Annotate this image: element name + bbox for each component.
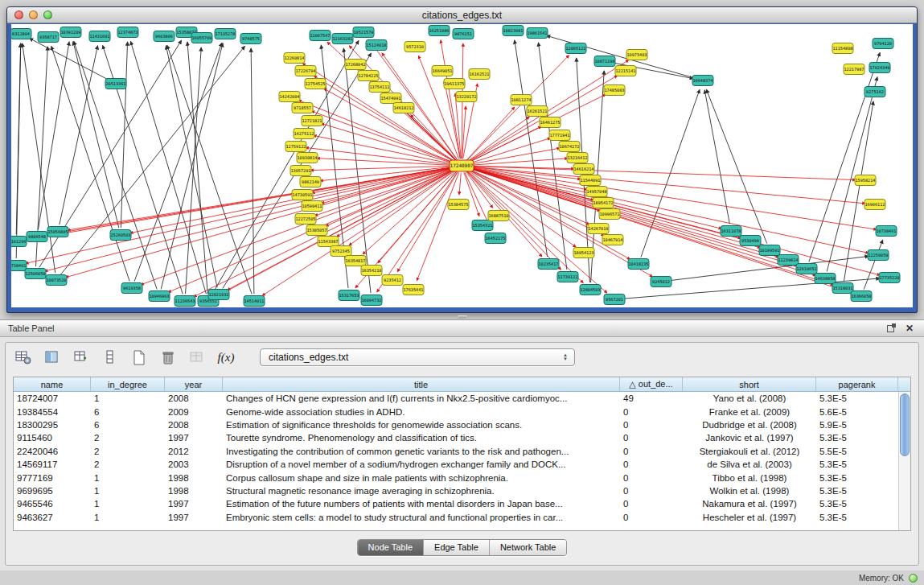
graph-node[interactable]: 9358717 [38,32,59,43]
graph-node[interactable]: 16354210 [361,266,382,276]
graph-node[interactable]: 16311078 [721,226,741,237]
graph-node[interactable]: 9876151 [453,29,474,39]
tab-node-table[interactable]: Node Table [358,540,424,555]
graph-node[interactable]: 9235412 [382,275,403,286]
scrollbar-thumb[interactable] [900,393,910,456]
table-row[interactable]: 1456911722003Disruption of a novel membe… [14,458,898,471]
graph-node[interactable]: 14957048 [586,187,607,197]
graph-node[interactable]: 17485083 [604,85,625,96]
graph-node[interactable]: 12163281 [332,34,353,44]
column-header-name[interactable]: name [14,377,91,391]
graph-node[interactable]: 17735220 [879,273,900,283]
graph-node[interactable]: 16649051 [432,66,453,76]
graph-node[interactable]: 10521579 [353,27,374,38]
graph-node[interactable]: 10930814 [297,153,318,163]
tab-network-table[interactable]: Network Table [490,540,567,555]
graph-node[interactable]: 10590411 [302,201,322,212]
graph-node[interactable]: 12260814 [284,53,305,64]
import-table-icon[interactable] [187,348,207,367]
graph-node[interactable]: 16648374 [692,76,713,86]
graph-node[interactable]: 17771941 [549,130,570,141]
graph-node[interactable]: 10975403 [626,50,647,60]
graph-node[interactable]: 18954123 [573,248,594,258]
graph-node[interactable]: 17635441 [403,285,424,295]
zoom-window-button[interactable] [43,10,52,19]
close-window-button[interactable] [14,10,23,19]
graph-node[interactable]: 9718557 [292,103,313,113]
new-column-icon[interactable] [72,348,91,367]
graph-node[interactable]: 9752345 [331,246,351,257]
table-row[interactable]: 1830029562008Estimation of significance … [14,418,898,431]
graph-node[interactable]: 19811274 [511,95,532,105]
graph-node[interactable]: 12374873 [117,27,138,38]
tab-edge-table[interactable]: Edge Table [424,540,490,555]
graph-node[interactable]: 12804593 [580,285,601,295]
graph-node[interactable]: 16452175 [485,233,506,244]
graph-node[interactable]: 11236543 [175,296,195,307]
graph-node[interactable]: 14638858 [815,274,836,284]
window-titlebar[interactable]: citations_edges.txt [7,7,917,23]
graph-node[interactable]: 25260503 [110,230,131,241]
graph-node[interactable]: 11738461 [11,261,27,271]
graph-node[interactable]: 15474091 [380,93,401,104]
graph-node[interactable]: 9567201 [604,295,625,305]
graph-node[interactable]: 16261521 [527,106,548,117]
close-panel-icon[interactable]: ✕ [903,323,916,334]
graph-node[interactable]: 12759122 [285,142,306,152]
network-canvas[interactable]: 8312804935871710391209114316911237487396… [11,24,913,307]
graph-node[interactable]: 9572310 [405,42,425,52]
column-header-in-degree[interactable]: in_degree [91,377,165,391]
graph-node[interactable]: 13216412 [567,153,588,163]
graph-node[interactable]: 12217987 [844,64,864,75]
graph-node[interactable]: 13220172 [456,92,477,102]
graph-node[interactable]: 17226794 [295,66,316,76]
graph-node[interactable]: 11431691 [89,31,110,42]
graph-node[interactable]: 11007547 [310,31,331,41]
graph-node[interactable]: 15124018 [366,40,387,51]
graph-node[interactable]: 15317653 [339,290,359,301]
graph-node[interactable]: 16094732 [361,295,382,306]
graph-node[interactable]: 10996571 [599,209,620,220]
graph-node[interactable]: 14616214 [573,164,594,175]
graph-node[interactable]: 9275162 [864,87,885,97]
graph-node[interactable]: 17268042 [345,60,366,70]
graph-node[interactable]: 12021932 [208,290,229,300]
graph-node[interactable]: 13057291 [290,166,311,176]
graph-node[interactable]: 12250059 [868,250,889,261]
panel-divider-grip[interactable] [458,315,467,319]
graph-node[interactable]: 9619358 [121,283,142,294]
table-mode-icon[interactable] [14,348,33,367]
function-builder-icon[interactable]: f(x) [216,348,236,367]
graph-node[interactable]: 11739122 [557,272,578,282]
graph-node[interactable]: 15354321 [472,220,493,231]
table-row[interactable]: 946362711997Embryonic stem cells: a mode… [14,511,898,524]
graph-node[interactable]: 14618212 [393,103,414,113]
graph-node[interactable]: 12506059 [25,269,46,279]
table-row[interactable]: 946554611997Estimation of the future num… [14,497,898,510]
graph-node[interactable]: 20101296 [11,237,27,247]
delete-icon[interactable] [158,348,178,367]
graph-node[interactable]: 15318031 [832,283,853,294]
column-header-title[interactable]: title [223,377,620,391]
graph-node[interactable]: 9862149 [300,177,321,187]
network-selector-dropdown[interactable]: citations_edges.txt ▲▼ [260,348,575,366]
graph-node[interactable]: 9530499 [740,236,761,246]
graph-node[interactable]: 20513361 [105,79,126,89]
graph-node[interactable]: 11543387 [318,237,339,247]
graph-node[interactable]: 10418235 [628,259,649,270]
graph-node[interactable]: 16251986 [429,26,450,36]
graph-node[interactable]: 10738461 [876,226,897,237]
column-header-pagerank[interactable]: pagerank [816,377,898,391]
graph-node[interactable]: 10946963 [149,291,170,302]
graph-node[interactable]: 12721821 [302,116,322,126]
graph-node[interactable]: 18954172 [593,198,614,208]
graph-node[interactable]: 9603806 [154,31,175,42]
graph-node[interactable]: 15056805 [47,227,68,237]
graph-hub-node[interactable]: 17240907 [450,160,474,171]
graph-node[interactable]: 19611375 [444,79,465,89]
graph-node[interactable]: 14267019 [588,224,609,234]
graph-node[interactable]: 15384575 [448,200,469,210]
citation-network-graph[interactable]: 8312804935871710391209114316911237487396… [11,24,913,307]
table-row[interactable]: 1938455462009Genome-wide association stu… [14,405,898,418]
graph-node[interactable]: 9748575 [240,34,261,44]
